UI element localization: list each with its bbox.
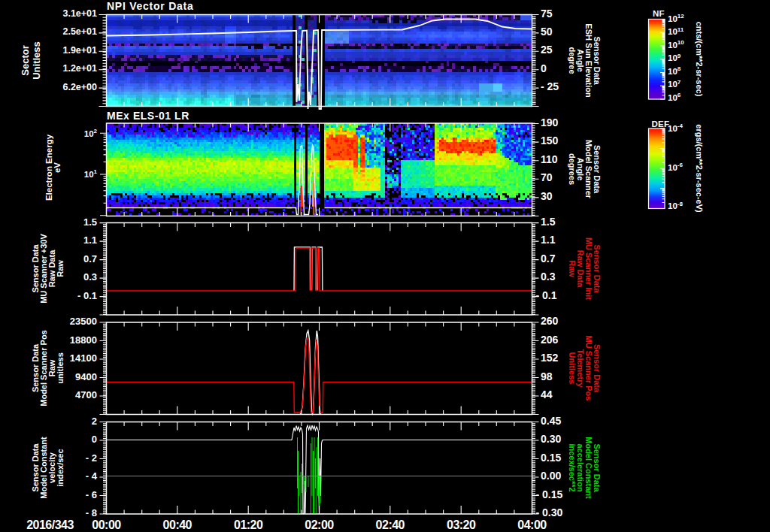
svg-text:206: 206 (541, 334, 559, 346)
svg-text:0.3: 0.3 (83, 271, 97, 283)
svg-text:2: 2 (92, 416, 97, 427)
svg-text:50: 50 (541, 26, 553, 38)
svg-text:0.45: 0.45 (541, 415, 561, 427)
svg-text:Electron Energy: Electron Energy (44, 134, 53, 201)
svg-text:NPI Vector Data: NPI Vector Data (107, 0, 194, 12)
svg-text:14100: 14100 (70, 352, 97, 364)
svg-text:0: 0 (541, 62, 547, 74)
svg-text:00:00: 00:00 (92, 518, 121, 531)
svg-text:01:20: 01:20 (234, 518, 263, 531)
svg-text:04:00: 04:00 (517, 518, 547, 531)
svg-text:75: 75 (541, 8, 553, 20)
svg-text:index/sec: index/sec (56, 449, 65, 486)
svg-text:1.5: 1.5 (83, 216, 97, 228)
svg-text:23500: 23500 (70, 316, 97, 327)
svg-text:98: 98 (541, 370, 553, 382)
svg-text:02:40: 02:40 (376, 518, 405, 531)
svg-text:- 0.1: - 0.1 (536, 289, 557, 301)
svg-text:6.2e+00: 6.2e+00 (62, 82, 97, 92)
svg-text:260: 260 (541, 315, 559, 327)
svg-text:- 0.30: - 0.30 (536, 506, 563, 518)
svg-text:0.00: 0.00 (541, 470, 561, 482)
svg-text:3.1e+01: 3.1e+01 (62, 8, 97, 19)
svg-text:190: 190 (541, 116, 559, 128)
svg-text:9400: 9400 (75, 371, 97, 382)
svg-text:eV: eV (53, 162, 62, 173)
svg-text:18800: 18800 (70, 334, 97, 346)
svg-text:- 0.15: - 0.15 (536, 488, 563, 500)
svg-text:2016/343: 2016/343 (26, 518, 74, 531)
svg-text:1.2e+01: 1.2e+01 (62, 63, 97, 74)
svg-text:0: 0 (92, 434, 97, 445)
svg-text:- 8: - 8 (86, 507, 97, 518)
svg-text:- 6: - 6 (86, 489, 97, 500)
svg-text:- 25: - 25 (541, 80, 559, 92)
svg-text:25: 25 (541, 44, 553, 56)
svg-text:1.1: 1.1 (83, 234, 97, 246)
svg-text:- 4: - 4 (86, 470, 98, 482)
svg-text:ergs/(cm**2-sr-sec-eV): ergs/(cm**2-sr-sec-eV) (695, 124, 704, 213)
svg-text:70: 70 (541, 171, 553, 183)
svg-text:00:40: 00:40 (163, 518, 192, 531)
svg-text:DEF: DEF (652, 119, 670, 128)
svg-text:4700: 4700 (75, 389, 97, 401)
svg-text:30: 30 (541, 190, 553, 202)
svg-text:110: 110 (541, 153, 558, 165)
svg-text:0.7: 0.7 (83, 253, 97, 264)
svg-text:degrees: degrees (568, 153, 577, 185)
svg-text:1.5: 1.5 (541, 216, 556, 228)
svg-text:- 0.1: - 0.1 (77, 290, 97, 301)
svg-text:Raw: Raw (56, 260, 65, 277)
svg-text:- 2: - 2 (86, 452, 97, 464)
svg-text:0.30: 0.30 (541, 433, 561, 445)
svg-text:cnts/(cm**2-sr-sec): cnts/(cm**2-sr-sec) (695, 22, 704, 97)
svg-text:1.1: 1.1 (541, 234, 556, 246)
svg-text:Unitless: Unitless (31, 41, 42, 80)
svg-text:unitless: unitless (56, 352, 65, 384)
svg-text:MEx ELS-01 LR: MEx ELS-01 LR (107, 110, 189, 122)
svg-text:NF: NF (653, 9, 665, 18)
svg-text:Unitless: Unitless (568, 352, 577, 385)
svg-text:Raw: Raw (568, 260, 577, 277)
svg-text:0.15: 0.15 (541, 452, 561, 464)
svg-text:degree: degree (568, 47, 577, 74)
svg-text:150: 150 (541, 135, 559, 147)
svg-text:02:00: 02:00 (305, 518, 334, 531)
svg-text:incex/sec**2: incex/sec**2 (568, 443, 577, 491)
svg-text:44: 44 (541, 388, 553, 401)
svg-text:Sector: Sector (20, 45, 31, 75)
svg-text:0.7: 0.7 (541, 252, 556, 264)
svg-text:152: 152 (541, 352, 559, 364)
svg-text:03:20: 03:20 (447, 518, 476, 531)
svg-text:0.3: 0.3 (541, 271, 556, 283)
svg-text:1.9e+01: 1.9e+01 (62, 45, 97, 56)
svg-text:2.5e+01: 2.5e+01 (62, 26, 97, 37)
